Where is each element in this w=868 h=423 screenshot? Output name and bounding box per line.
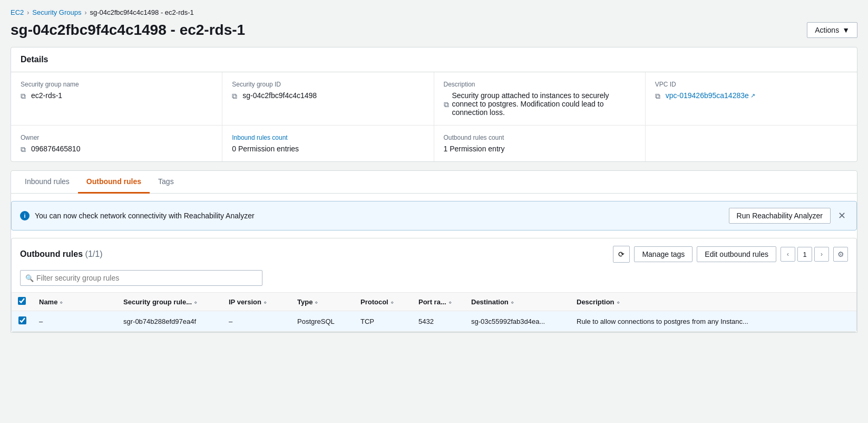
next-page-button[interactable]: › <box>814 247 829 262</box>
row-type: PostgreSQL <box>291 311 354 332</box>
actions-chevron-icon: ▼ <box>842 26 850 34</box>
sort-rule-icon: ⬦ <box>194 299 197 305</box>
page-title: sg-04c2fbc9f4c4c1498 - ec2-rds-1 <box>11 22 245 39</box>
table-header-row: Name ⬦ Security group rule... ⬦ <box>12 293 856 311</box>
tabs: Inbound rules Outbound rules Tags <box>11 171 857 194</box>
edit-outbound-rules-button[interactable]: Edit outbound rules <box>697 246 776 262</box>
detail-sg-id: Security group ID ⧉ sg-04c2fbc9f4c4c1498 <box>222 72 434 125</box>
refresh-button[interactable]: ⟳ <box>613 246 630 263</box>
external-link-icon: ↗ <box>750 92 755 99</box>
inbound-count-link[interactable]: Inbound rules count <box>232 134 287 141</box>
search-input-wrapper: 🔍 <box>20 270 262 286</box>
copy-icon-desc[interactable]: ⧉ <box>444 100 449 108</box>
info-banner-close-button[interactable]: ✕ <box>836 210 848 222</box>
tab-outbound[interactable]: Outbound rules <box>78 171 150 194</box>
outbound-count-label: Outbound rules count <box>444 134 636 141</box>
th-name[interactable]: Name ⬦ <box>33 293 117 311</box>
row-checkbox[interactable] <box>18 316 26 324</box>
row-ip-version: – <box>222 311 291 332</box>
description-value: ⧉ Security group attached to instances t… <box>444 91 636 117</box>
sort-desc-icon: ⬦ <box>617 299 620 305</box>
row-checkbox-cell[interactable] <box>12 311 33 332</box>
th-rule[interactable]: Security group rule... ⬦ <box>117 293 222 311</box>
detail-sg-name: Security group name ⧉ ec2-rds-1 <box>11 72 222 125</box>
detail-vpc-id: VPC ID ⧉ vpc-019426b95ca14283e ↗ <box>646 72 857 125</box>
sort-name-icon: ⬦ <box>60 299 63 305</box>
row-port-range: 5432 <box>412 311 465 332</box>
row-rule: sgr-0b74b288efd97ea4f <box>117 311 222 332</box>
actions-button[interactable]: Actions ▼ <box>807 22 857 38</box>
toolbar-right: ⟳ Manage tags Edit outbound rules ‹ 1 › … <box>613 246 848 263</box>
select-all-checkbox[interactable] <box>18 297 26 305</box>
row-name: – <box>33 311 117 332</box>
breadcrumb-current: sg-04c2fbc9f4c4c1498 - ec2-rds-1 <box>90 8 194 16</box>
th-destination[interactable]: Destination ⬦ <box>465 293 570 311</box>
detail-owner: Owner ⧉ 096876465810 <box>11 126 222 161</box>
outbound-count-value: 1 Permission entry <box>444 145 636 153</box>
row-protocol: TCP <box>354 311 412 332</box>
th-description[interactable]: Description ⬦ <box>570 293 856 311</box>
inbound-count-label: Inbound rules count <box>232 134 424 141</box>
sort-type-icon: ⬦ <box>315 299 318 305</box>
vpc-id-link[interactable]: vpc-019426b95ca14283e ↗ <box>666 91 755 100</box>
sort-dest-icon: ⬦ <box>511 299 514 305</box>
th-port-range[interactable]: Port ra... ⬦ <box>412 293 465 311</box>
row-description: Rule to allow connections to postgres fr… <box>570 311 856 332</box>
copy-icon-owner[interactable]: ⧉ <box>21 145 28 152</box>
manage-tags-button[interactable]: Manage tags <box>634 246 693 262</box>
breadcrumb: EC2 › Security Groups › sg-04c2fbc9f4c4c… <box>11 8 857 16</box>
info-banner: i You can now check network connectivity… <box>11 201 857 230</box>
detail-outbound-count: Outbound rules count 1 Permission entry <box>434 126 646 161</box>
sg-id-value: ⧉ sg-04c2fbc9f4c4c1498 <box>232 91 424 100</box>
row-destination: sg-03c55992fab3d4ea... <box>465 311 570 332</box>
details-card: Details Security group name ⧉ ec2-rds-1 … <box>11 47 857 162</box>
table-row: – sgr-0b74b288efd97ea4f – PostgreSQL TCP… <box>12 311 856 332</box>
search-bar: 🔍 <box>12 270 856 292</box>
inbound-count-value: 0 Permission entries <box>232 145 424 153</box>
th-protocol[interactable]: Protocol ⬦ <box>354 293 412 311</box>
page-number: 1 <box>797 247 812 262</box>
breadcrumb-security-groups[interactable]: Security Groups <box>32 8 81 16</box>
info-banner-content: i You can now check network connectivity… <box>20 211 255 220</box>
sort-protocol-icon: ⬦ <box>391 299 394 305</box>
breadcrumb-sep-1: › <box>27 9 29 16</box>
breadcrumb-sep-2: › <box>85 9 87 16</box>
table-title: Outbound rules (1/1) <box>20 249 102 259</box>
detail-inbound-count: Inbound rules count 0 Permission entries <box>222 126 434 161</box>
search-input[interactable] <box>20 270 262 286</box>
actions-label: Actions <box>815 26 839 34</box>
pagination: ‹ 1 › <box>781 247 829 262</box>
table-title-count: (1/1) <box>85 249 103 258</box>
details-header: Details <box>11 47 857 72</box>
vpc-id-label: VPC ID <box>655 81 847 88</box>
refresh-icon: ⟳ <box>618 250 625 258</box>
details-grid-row2: Owner ⧉ 096876465810 Inbound rules count… <box>11 125 857 161</box>
table-settings-button[interactable]: ⚙ <box>833 247 848 262</box>
prev-page-button[interactable]: ‹ <box>781 247 795 262</box>
copy-icon-vpc[interactable]: ⧉ <box>655 92 662 99</box>
owner-value: ⧉ 096876465810 <box>21 145 212 153</box>
th-select-all[interactable] <box>12 293 33 311</box>
sort-port-icon: ⬦ <box>448 299 452 305</box>
tab-tags[interactable]: Tags <box>150 171 182 194</box>
settings-icon: ⚙ <box>837 250 844 258</box>
sg-name-value: ⧉ ec2-rds-1 <box>21 91 212 100</box>
table-toolbar: Outbound rules (1/1) ⟳ Manage tags Edit … <box>12 238 856 270</box>
sg-id-label: Security group ID <box>232 81 424 88</box>
tab-inbound[interactable]: Inbound rules <box>16 171 78 194</box>
info-banner-message: You can now check network connectivity w… <box>35 211 255 220</box>
tabs-container: Inbound rules Outbound rules Tags i You … <box>11 170 857 333</box>
run-reachability-button[interactable]: Run Reachability Analyzer <box>729 208 831 224</box>
info-banner-actions: Run Reachability Analyzer ✕ <box>729 208 848 224</box>
description-label: Description <box>444 81 636 88</box>
th-type[interactable]: Type ⬦ <box>291 293 354 311</box>
sort-ip-icon: ⬦ <box>264 299 267 305</box>
info-icon: i <box>20 211 30 220</box>
copy-icon-sg-name[interactable]: ⧉ <box>21 92 28 99</box>
details-grid-row1: Security group name ⧉ ec2-rds-1 Security… <box>11 72 857 125</box>
page-header: sg-04c2fbc9f4c4c1498 - ec2-rds-1 Actions… <box>11 22 857 39</box>
th-ip-version[interactable]: IP version ⬦ <box>222 293 291 311</box>
copy-icon-sg-id[interactable]: ⧉ <box>232 92 239 99</box>
vpc-id-value: ⧉ vpc-019426b95ca14283e ↗ <box>655 91 847 100</box>
breadcrumb-ec2[interactable]: EC2 <box>11 8 24 16</box>
